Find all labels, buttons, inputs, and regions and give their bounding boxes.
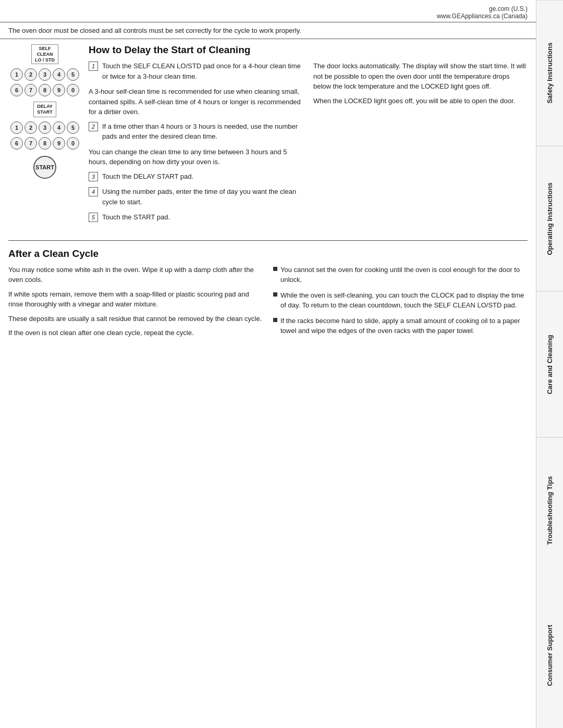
key-2b[interactable]: 2 bbox=[25, 121, 37, 134]
tab-care[interactable]: Care and Cleaning bbox=[536, 291, 563, 437]
key-3[interactable]: 3 bbox=[39, 68, 51, 81]
tab-troubleshooting[interactable]: Troubleshooting Tips bbox=[536, 437, 563, 583]
step-2: 2 If a time other than 4 hours or 3 hour… bbox=[89, 121, 303, 142]
keypad-row2: 6 7 8 9 0 bbox=[10, 84, 79, 96]
key-4b[interactable]: 4 bbox=[53, 121, 65, 134]
bullet-text-2: While the oven is self-cleaning, you can… bbox=[280, 290, 528, 311]
main-content: ge.com (U.S.) www.GEAppliances.ca (Canad… bbox=[0, 0, 536, 728]
tab-consumer[interactable]: Consumer Support bbox=[536, 583, 563, 728]
after-para-3: These deposits are usually a salt residu… bbox=[8, 314, 263, 324]
key-0[interactable]: 0 bbox=[67, 84, 79, 96]
top-notice: The oven door must be closed and all con… bbox=[0, 22, 536, 39]
key-6[interactable]: 6 bbox=[10, 84, 23, 96]
step-1-num: 1 bbox=[89, 61, 98, 71]
key-8b[interactable]: 8 bbox=[39, 137, 51, 150]
key-4[interactable]: 4 bbox=[53, 68, 65, 81]
after-right-col: You cannot set the oven for cooking unti… bbox=[273, 265, 528, 342]
step-3: 3 Touch the DELAY START pad. bbox=[89, 171, 303, 182]
step-3-text: Touch the DELAY START pad. bbox=[102, 171, 193, 182]
canada-link: www.GEAppliances.ca (Canada) bbox=[437, 13, 528, 20]
bullet-text-1: You cannot set the oven for cooking unti… bbox=[280, 265, 528, 285]
tab-operating[interactable]: Operating Instructions bbox=[536, 146, 563, 292]
step-4-text: Using the number pads, enter the time of… bbox=[102, 187, 303, 207]
key-7[interactable]: 7 bbox=[25, 84, 37, 96]
step-4: 4 Using the number pads, enter the time … bbox=[89, 187, 303, 207]
bullet-3: If the racks become hard to slide, apply… bbox=[273, 316, 528, 336]
key-1b[interactable]: 1 bbox=[10, 121, 23, 134]
step-3-num: 3 bbox=[89, 172, 98, 181]
step-2-text: If a time other than 4 hours or 3 hours … bbox=[102, 121, 303, 142]
after-para-1: You may notice some white ash in the ove… bbox=[8, 265, 263, 285]
delay-section: SELF CLEAN LO / STD 1 2 3 4 5 6 7 8 9 0 … bbox=[0, 39, 536, 233]
bullet-text-3: If the racks become hard to slide, apply… bbox=[280, 316, 528, 336]
section1-right-col: The door locks automatically. The displa… bbox=[313, 61, 528, 228]
header-links: ge.com (U.S.) www.GEAppliances.ca (Canad… bbox=[0, 0, 536, 22]
keypad-row1: 1 2 3 4 5 bbox=[10, 68, 79, 81]
after-clean-section: After a Clean Cycle You may notice some … bbox=[0, 248, 536, 342]
us-link: ge.com (U.S.) bbox=[489, 5, 528, 13]
key-8[interactable]: 8 bbox=[39, 84, 51, 96]
section-divider bbox=[8, 240, 528, 241]
key-9[interactable]: 9 bbox=[53, 84, 65, 96]
after-left-col: You may notice some white ash in the ove… bbox=[8, 265, 263, 342]
self-clean-label: SELF CLEAN LO / STD bbox=[31, 44, 58, 64]
step-5: 5 Touch the START pad. bbox=[89, 212, 303, 223]
para-1: A 3-hour self-clean time is recommended … bbox=[89, 87, 303, 117]
step-2-num: 2 bbox=[89, 122, 98, 131]
key-2[interactable]: 2 bbox=[25, 68, 37, 81]
key-6b[interactable]: 6 bbox=[10, 137, 23, 150]
step-4-num: 4 bbox=[89, 187, 98, 196]
bullet-icon-1 bbox=[273, 267, 277, 271]
key-9b[interactable]: 9 bbox=[53, 137, 65, 150]
bullet-2: While the oven is self-cleaning, you can… bbox=[273, 290, 528, 311]
tab-safety[interactable]: Safety Instructions bbox=[536, 0, 563, 146]
key-1[interactable]: 1 bbox=[10, 68, 23, 81]
delay-start-label: DELAY START bbox=[33, 102, 56, 117]
bullet-1: You cannot set the oven for cooking unti… bbox=[273, 265, 528, 285]
key-0b[interactable]: 0 bbox=[67, 137, 79, 150]
bullet-icon-3 bbox=[273, 318, 277, 322]
start-button[interactable]: START bbox=[33, 156, 56, 179]
key-5[interactable]: 5 bbox=[67, 68, 79, 81]
section2-title: After a Clean Cycle bbox=[8, 248, 528, 260]
key-5b[interactable]: 5 bbox=[67, 121, 79, 134]
after-para-4: If the oven is not clean after one clean… bbox=[8, 328, 263, 338]
para-2: You can change the clean time to any tim… bbox=[89, 147, 303, 167]
step-5-num: 5 bbox=[89, 213, 98, 222]
keypad-row4: 6 7 8 9 0 bbox=[10, 137, 79, 150]
step-1: 1 Touch the SELF CLEAN LO/STD pad once f… bbox=[89, 61, 303, 81]
instruction-content: How to Delay the Start of Cleaning 1 Tou… bbox=[89, 44, 528, 228]
keypad-row3: 1 2 3 4 5 bbox=[10, 121, 79, 134]
section1-title: How to Delay the Start of Cleaning bbox=[89, 44, 528, 56]
step-1-text: Touch the SELF CLEAN LO/STD pad once for… bbox=[102, 61, 303, 81]
keypad-illustration: SELF CLEAN LO / STD 1 2 3 4 5 6 7 8 9 0 … bbox=[8, 44, 81, 228]
after-para-2: If white spots remain, remove them with … bbox=[8, 289, 263, 310]
bullet-icon-2 bbox=[273, 292, 277, 297]
section1-two-col: 1 Touch the SELF CLEAN LO/STD pad once f… bbox=[89, 61, 528, 228]
side-tab-bar: Safety Instructions Operating Instructio… bbox=[536, 0, 563, 728]
after-clean-cols: You may notice some white ash in the ove… bbox=[8, 265, 528, 342]
right-para-1: The door locks automatically. The displa… bbox=[313, 61, 528, 92]
section1-left-col: 1 Touch the SELF CLEAN LO/STD pad once f… bbox=[89, 61, 303, 228]
step-5-text: Touch the START pad. bbox=[102, 212, 170, 223]
key-3b[interactable]: 3 bbox=[39, 121, 51, 134]
right-para-2: When the LOCKED light goes off, you will… bbox=[313, 96, 528, 106]
key-7b[interactable]: 7 bbox=[25, 137, 37, 150]
